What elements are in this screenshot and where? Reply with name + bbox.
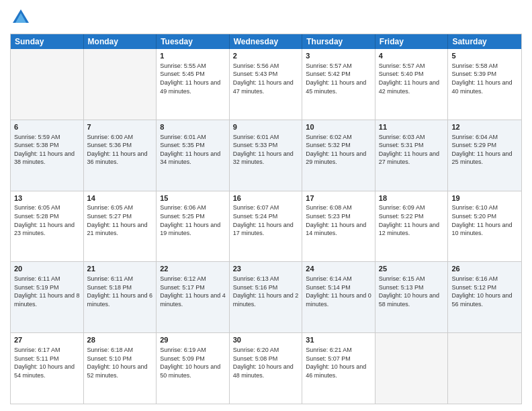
calendar: SundayMondayTuesdayWednesdayThursdayFrid… — [10, 34, 522, 404]
day-cell-7: 7Sunrise: 6:00 AM Sunset: 5:36 PM Daylig… — [84, 120, 157, 191]
day-cell-24: 24Sunrise: 6:14 AM Sunset: 5:14 PM Dayli… — [302, 262, 375, 332]
day-number: 10 — [306, 122, 371, 132]
day-cell-22: 22Sunrise: 6:12 AM Sunset: 5:17 PM Dayli… — [157, 262, 230, 332]
day-cell-25: 25Sunrise: 6:15 AM Sunset: 5:13 PM Dayli… — [375, 262, 449, 332]
day-info: Sunrise: 6:15 AM Sunset: 5:13 PM Dayligh… — [379, 275, 445, 308]
weekday-header-friday: Friday — [375, 34, 449, 49]
day-number: 29 — [160, 335, 226, 345]
empty-cell — [375, 333, 449, 404]
day-info: Sunrise: 6:10 AM Sunset: 5:20 PM Dayligh… — [451, 203, 518, 237]
weekday-header-saturday: Saturday — [448, 34, 521, 49]
empty-cell — [448, 333, 521, 404]
calendar-body: 1Sunrise: 5:55 AM Sunset: 5:45 PM Daylig… — [11, 49, 521, 404]
day-info: Sunrise: 6:20 AM Sunset: 5:08 PM Dayligh… — [233, 346, 299, 379]
day-number: 31 — [306, 335, 371, 345]
day-info: Sunrise: 5:57 AM Sunset: 5:42 PM Dayligh… — [306, 62, 371, 95]
day-cell-6: 6Sunrise: 5:59 AM Sunset: 5:38 PM Daylig… — [11, 120, 84, 191]
day-number: 23 — [233, 264, 299, 274]
day-info: Sunrise: 6:11 AM Sunset: 5:19 PM Dayligh… — [14, 275, 80, 308]
day-number: 27 — [14, 335, 80, 345]
day-cell-20: 20Sunrise: 6:11 AM Sunset: 5:19 PM Dayli… — [11, 262, 84, 332]
day-number: 18 — [379, 193, 445, 203]
day-info: Sunrise: 6:01 AM Sunset: 5:35 PM Dayligh… — [160, 133, 226, 167]
day-info: Sunrise: 6:21 AM Sunset: 5:07 PM Dayligh… — [306, 346, 371, 379]
header — [10, 7, 522, 28]
day-cell-10: 10Sunrise: 6:02 AM Sunset: 5:32 PM Dayli… — [302, 120, 375, 191]
day-number: 7 — [87, 122, 153, 132]
day-cell-9: 9Sunrise: 6:01 AM Sunset: 5:33 PM Daylig… — [230, 120, 303, 191]
day-cell-17: 17Sunrise: 6:08 AM Sunset: 5:23 PM Dayli… — [302, 191, 375, 262]
day-number: 6 — [14, 122, 80, 132]
day-info: Sunrise: 5:56 AM Sunset: 5:43 PM Dayligh… — [233, 62, 299, 95]
day-cell-28: 28Sunrise: 6:18 AM Sunset: 5:10 PM Dayli… — [84, 333, 157, 404]
day-number: 8 — [160, 122, 226, 132]
day-cell-18: 18Sunrise: 6:09 AM Sunset: 5:22 PM Dayli… — [375, 191, 449, 262]
day-number: 14 — [87, 193, 153, 203]
day-number: 1 — [160, 51, 226, 61]
day-number: 3 — [306, 51, 371, 61]
day-cell-14: 14Sunrise: 6:05 AM Sunset: 5:27 PM Dayli… — [84, 191, 157, 262]
empty-cell — [84, 49, 157, 120]
day-number: 25 — [379, 264, 445, 274]
calendar-row-0: 1Sunrise: 5:55 AM Sunset: 5:45 PM Daylig… — [11, 49, 521, 120]
day-number: 21 — [87, 264, 153, 274]
day-cell-5: 5Sunrise: 5:58 AM Sunset: 5:39 PM Daylig… — [448, 49, 521, 120]
weekday-header-thursday: Thursday — [302, 34, 375, 49]
day-number: 16 — [233, 193, 299, 203]
day-info: Sunrise: 6:14 AM Sunset: 5:14 PM Dayligh… — [306, 275, 371, 308]
day-cell-30: 30Sunrise: 6:20 AM Sunset: 5:08 PM Dayli… — [230, 333, 303, 404]
day-info: Sunrise: 6:02 AM Sunset: 5:32 PM Dayligh… — [306, 133, 371, 167]
day-number: 13 — [14, 193, 80, 203]
day-info: Sunrise: 6:08 AM Sunset: 5:23 PM Dayligh… — [306, 203, 371, 237]
day-number: 4 — [379, 51, 445, 61]
day-info: Sunrise: 6:07 AM Sunset: 5:24 PM Dayligh… — [233, 203, 299, 237]
day-info: Sunrise: 5:58 AM Sunset: 5:39 PM Dayligh… — [451, 62, 518, 95]
calendar-row-4: 27Sunrise: 6:17 AM Sunset: 5:11 PM Dayli… — [11, 332, 521, 404]
day-cell-3: 3Sunrise: 5:57 AM Sunset: 5:42 PM Daylig… — [302, 49, 375, 120]
day-info: Sunrise: 6:05 AM Sunset: 5:28 PM Dayligh… — [14, 203, 80, 237]
day-info: Sunrise: 6:17 AM Sunset: 5:11 PM Dayligh… — [14, 346, 80, 379]
day-cell-19: 19Sunrise: 6:10 AM Sunset: 5:20 PM Dayli… — [448, 191, 521, 262]
day-info: Sunrise: 6:11 AM Sunset: 5:18 PM Dayligh… — [87, 275, 153, 308]
day-number: 11 — [379, 122, 445, 132]
day-info: Sunrise: 6:00 AM Sunset: 5:36 PM Dayligh… — [87, 133, 153, 167]
day-number: 30 — [233, 335, 299, 345]
day-info: Sunrise: 6:19 AM Sunset: 5:09 PM Dayligh… — [160, 346, 226, 379]
day-info: Sunrise: 5:57 AM Sunset: 5:40 PM Dayligh… — [379, 62, 445, 95]
empty-cell — [11, 49, 84, 120]
day-info: Sunrise: 6:18 AM Sunset: 5:10 PM Dayligh… — [87, 346, 153, 379]
day-cell-31: 31Sunrise: 6:21 AM Sunset: 5:07 PM Dayli… — [302, 333, 375, 404]
day-number: 20 — [14, 264, 80, 274]
day-cell-8: 8Sunrise: 6:01 AM Sunset: 5:35 PM Daylig… — [157, 120, 230, 191]
day-cell-11: 11Sunrise: 6:03 AM Sunset: 5:31 PM Dayli… — [375, 120, 449, 191]
day-info: Sunrise: 6:12 AM Sunset: 5:17 PM Dayligh… — [160, 275, 226, 308]
day-info: Sunrise: 6:09 AM Sunset: 5:22 PM Dayligh… — [379, 203, 445, 237]
day-number: 24 — [306, 264, 371, 274]
day-cell-27: 27Sunrise: 6:17 AM Sunset: 5:11 PM Dayli… — [11, 333, 84, 404]
day-number: 5 — [451, 51, 518, 61]
day-info: Sunrise: 6:01 AM Sunset: 5:33 PM Dayligh… — [233, 133, 299, 167]
day-info: Sunrise: 5:55 AM Sunset: 5:45 PM Dayligh… — [160, 62, 226, 95]
calendar-row-2: 13Sunrise: 6:05 AM Sunset: 5:28 PM Dayli… — [11, 191, 521, 262]
day-info: Sunrise: 6:13 AM Sunset: 5:16 PM Dayligh… — [233, 275, 299, 308]
day-cell-15: 15Sunrise: 6:06 AM Sunset: 5:25 PM Dayli… — [157, 191, 230, 262]
page: SundayMondayTuesdayWednesdayThursdayFrid… — [0, 0, 532, 411]
logo-icon — [10, 7, 32, 28]
logo — [10, 7, 34, 28]
day-number: 26 — [451, 264, 518, 274]
day-info: Sunrise: 6:06 AM Sunset: 5:25 PM Dayligh… — [160, 203, 226, 237]
day-cell-13: 13Sunrise: 6:05 AM Sunset: 5:28 PM Dayli… — [11, 191, 84, 262]
day-cell-4: 4Sunrise: 5:57 AM Sunset: 5:40 PM Daylig… — [375, 49, 449, 120]
day-number: 17 — [306, 193, 371, 203]
day-info: Sunrise: 6:05 AM Sunset: 5:27 PM Dayligh… — [87, 203, 153, 237]
day-number: 12 — [451, 122, 518, 132]
day-number: 2 — [233, 51, 299, 61]
weekday-header-tuesday: Tuesday — [157, 34, 230, 49]
day-number: 28 — [87, 335, 153, 345]
day-info: Sunrise: 6:04 AM Sunset: 5:29 PM Dayligh… — [451, 133, 518, 167]
day-cell-1: 1Sunrise: 5:55 AM Sunset: 5:45 PM Daylig… — [157, 49, 230, 120]
day-info: Sunrise: 6:16 AM Sunset: 5:12 PM Dayligh… — [451, 275, 518, 308]
day-number: 15 — [160, 193, 226, 203]
day-cell-26: 26Sunrise: 6:16 AM Sunset: 5:12 PM Dayli… — [448, 262, 521, 332]
day-number: 22 — [160, 264, 226, 274]
